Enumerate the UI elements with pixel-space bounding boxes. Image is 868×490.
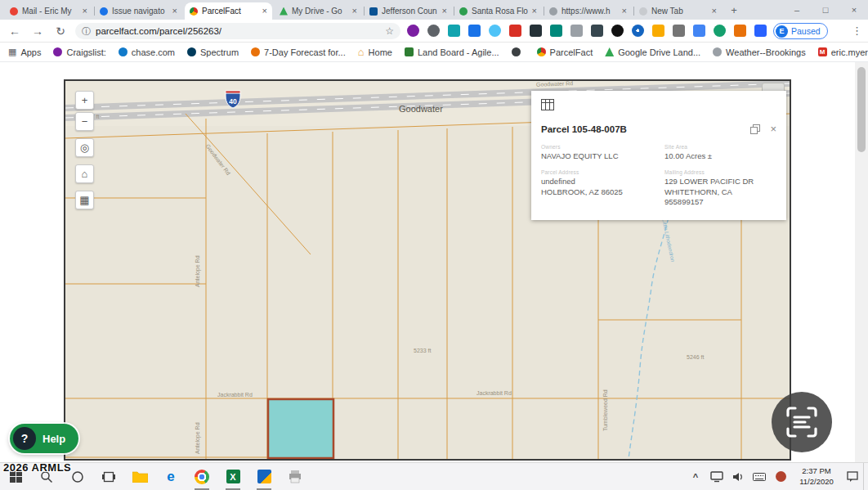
- zoom-in-button[interactable]: +: [75, 91, 94, 110]
- bookmark-star-icon[interactable]: ☆: [385, 25, 394, 37]
- bookmark-forecast[interactable]: 7-Day Forecast for...: [251, 47, 346, 57]
- basemap-button[interactable]: ▦: [75, 191, 94, 209]
- home-button[interactable]: ⌂: [75, 164, 94, 183]
- profile-avatar: E: [776, 25, 788, 38]
- tab-https[interactable]: https://www.h ×: [544, 2, 632, 20]
- search-button[interactable]: [31, 463, 62, 490]
- tab-separator: [364, 7, 365, 16]
- browser-menu-icon[interactable]: ⋮: [852, 25, 862, 37]
- zoom-out-button[interactable]: −: [75, 112, 94, 131]
- extension-icon[interactable]: [509, 25, 521, 37]
- forward-button[interactable]: →: [29, 24, 46, 38]
- bookmark-globe[interactable]: [512, 47, 525, 56]
- tray-display-icon[interactable]: [706, 463, 727, 490]
- edge-icon[interactable]: e: [155, 463, 186, 490]
- extension-icon[interactable]: [754, 25, 767, 37]
- tab-close-icon[interactable]: ×: [532, 7, 537, 16]
- tab-close-icon[interactable]: ×: [172, 7, 177, 16]
- selected-parcel[interactable]: [268, 399, 333, 458]
- copy-icon[interactable]: [750, 124, 760, 134]
- site-info-icon[interactable]: ⓘ: [82, 25, 91, 38]
- bookmark-parcelfact[interactable]: ParcelFact: [537, 47, 593, 57]
- tab-close-icon[interactable]: ×: [352, 7, 357, 16]
- extension-icon[interactable]: [693, 25, 705, 37]
- excel-icon[interactable]: X: [217, 463, 248, 490]
- tab-label: ParcelFact: [202, 7, 260, 16]
- tab-close-icon[interactable]: ×: [712, 7, 717, 16]
- extension-icon[interactable]: [448, 25, 460, 37]
- tray-volume-icon[interactable]: [727, 463, 749, 490]
- mailing-address-field: Mailing Address 129 LOWER PACIFIC DR WHI…: [664, 169, 776, 208]
- extension-icon[interactable]: [714, 25, 726, 37]
- bookmark-spectrum[interactable]: Spectrum: [187, 47, 239, 57]
- bookmark-chase[interactable]: chase.com: [119, 47, 175, 57]
- tab-parcelfact[interactable]: ParcelFact ×: [185, 2, 272, 20]
- bookmark-weather-brookings[interactable]: Weather--Brookings: [713, 47, 806, 57]
- taskbar-clock[interactable]: 2:37 PM 11/2/2020: [791, 466, 842, 487]
- locate-button[interactable]: ◎: [75, 138, 94, 157]
- extension-icon[interactable]: [632, 25, 644, 37]
- globe-icon: [512, 47, 521, 56]
- extension-icon[interactable]: [427, 25, 440, 37]
- sync-paused-badge[interactable]: E Paused: [773, 23, 828, 39]
- bookmark-google-drive[interactable]: Google Drive Land...: [605, 47, 700, 57]
- minimize-button[interactable]: –: [783, 0, 811, 20]
- back-button[interactable]: ←: [7, 24, 23, 38]
- tab-close-icon[interactable]: ×: [262, 7, 267, 16]
- scrollbar-thumb[interactable]: [857, 67, 866, 152]
- extension-icon[interactable]: [591, 25, 603, 37]
- extension-icon[interactable]: [734, 25, 746, 37]
- map-canvas[interactable]: 40 Goodwater Goodwater Rd Goodwater Rd A…: [64, 79, 791, 461]
- bookmark-apps[interactable]: ▦ Apps: [8, 47, 41, 57]
- tab-mail[interactable]: Mail - Eric My ×: [5, 2, 92, 20]
- issue-navigator-favicon: [100, 7, 108, 16]
- extension-icon[interactable]: [611, 25, 624, 37]
- tab-issue-navigator[interactable]: Issue navigato ×: [95, 2, 182, 20]
- bookmark-label: Spectrum: [200, 47, 239, 57]
- chrome-icon[interactable]: [186, 463, 217, 490]
- bookmark-craigslist[interactable]: Craigslist:: [53, 47, 105, 57]
- bookmark-email[interactable]: M eric.myers@landfar...: [818, 47, 868, 57]
- extension-icon[interactable]: [468, 25, 481, 37]
- start-button[interactable]: [0, 463, 31, 490]
- tab-my-drive[interactable]: My Drive - Go ×: [275, 2, 362, 20]
- extension-icon[interactable]: [530, 25, 542, 37]
- printer-icon[interactable]: [280, 463, 311, 490]
- bookmark-home[interactable]: ⌂ Home: [358, 46, 392, 58]
- extension-icon[interactable]: [550, 25, 562, 37]
- file-explorer-icon[interactable]: [124, 463, 155, 490]
- maximize-button[interactable]: □: [812, 0, 839, 20]
- tab-jefferson-county[interactable]: Jefferson Coun ×: [365, 2, 452, 20]
- tab-label: https://www.h: [562, 7, 620, 16]
- bookmark-land-board[interactable]: Land Board - Agile...: [405, 47, 499, 57]
- extension-icon[interactable]: [652, 25, 664, 37]
- drive-favicon: [280, 7, 288, 16]
- field-value: 955899157: [664, 197, 776, 208]
- pinned-app-icon[interactable]: [248, 463, 280, 490]
- extension-icon[interactable]: [570, 25, 583, 37]
- tab-santa-rosa[interactable]: Santa Rosa Flo ×: [454, 2, 542, 20]
- mail-favicon: [10, 7, 18, 16]
- url-text: parcelfact.com/parcel/256263/: [96, 26, 380, 36]
- reload-button[interactable]: ↻: [52, 24, 69, 38]
- new-tab-button[interactable]: +: [726, 3, 742, 18]
- cortana-button[interactable]: [62, 463, 93, 490]
- card-close-icon[interactable]: ×: [770, 124, 776, 134]
- action-center-icon[interactable]: [842, 463, 863, 490]
- tab-new-tab[interactable]: New Tab ×: [634, 2, 722, 20]
- tab-close-icon[interactable]: ×: [622, 7, 627, 16]
- task-view-button[interactable]: [93, 463, 124, 490]
- help-button[interactable]: ? Help: [10, 424, 78, 453]
- tray-keyboard-icon[interactable]: [749, 463, 770, 490]
- show-desktop-button[interactable]: [863, 463, 868, 490]
- tray-notification-icon[interactable]: [770, 463, 791, 490]
- close-button[interactable]: ×: [840, 0, 868, 20]
- extension-icon[interactable]: [489, 25, 501, 37]
- tab-close-icon[interactable]: ×: [83, 7, 87, 16]
- tray-chevron-icon[interactable]: ^: [685, 463, 706, 490]
- address-bar[interactable]: ⓘ parcelfact.com/parcel/256263/ ☆: [75, 23, 400, 39]
- extension-icon[interactable]: [407, 25, 419, 37]
- tab-close-icon[interactable]: ×: [442, 7, 447, 16]
- parcel-info-card: Parcel 105-48-007B × Owners NAVAJO EQUIT…: [531, 91, 786, 220]
- extension-icon[interactable]: [673, 25, 685, 37]
